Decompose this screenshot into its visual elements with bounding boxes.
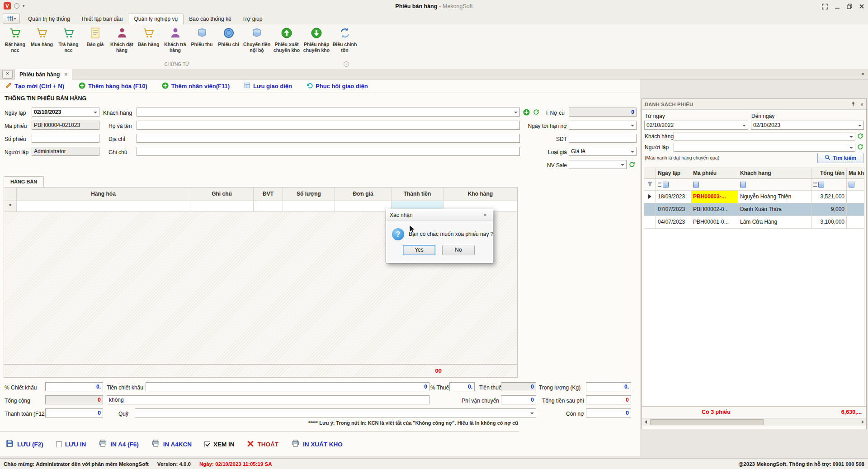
invoice-row-selected[interactable]: 07/07/2023 PBH00002-0... Danh Xuân Thừa … bbox=[644, 203, 864, 216]
ngay-toi-han-combo[interactable] bbox=[569, 121, 637, 130]
close-window-icon[interactable] bbox=[859, 4, 864, 9]
khach-hang-combo[interactable] bbox=[137, 108, 520, 117]
ribbon-item-ban-hang[interactable]: Bán hàng bbox=[135, 26, 162, 48]
save-layout-button[interactable]: Lưu giao diện bbox=[244, 82, 292, 90]
save-print-checkbox[interactable]: LƯU IN bbox=[56, 441, 86, 448]
auto-filter-row[interactable] bbox=[644, 179, 864, 191]
preview-print-checkbox[interactable]: XEM IN bbox=[204, 441, 235, 448]
col-khach-hang[interactable]: Khách hàng bbox=[738, 168, 811, 178]
ngay-lap-combo[interactable]: 02/10/2023 bbox=[32, 108, 99, 117]
ribbon-item-phieu-thu[interactable]: Phiếu thu bbox=[189, 26, 215, 48]
filter-condition-icon[interactable] bbox=[849, 182, 854, 188]
thanh-toan-field[interactable]: 0 bbox=[45, 408, 103, 417]
minimize-icon[interactable] bbox=[835, 4, 840, 9]
col-so-luong[interactable]: Số lượng bbox=[283, 188, 335, 201]
col-ma-phieu[interactable]: Mã phiếu bbox=[691, 168, 738, 178]
col-don-gia[interactable]: Đơn giá bbox=[335, 188, 392, 201]
ribbon-item-khach-tra-hang[interactable]: Khách trả hàng bbox=[162, 26, 189, 54]
menu-tab-tro-giup[interactable]: Trợ giúp bbox=[237, 14, 268, 24]
refresh-nv-sale-icon[interactable] bbox=[628, 161, 636, 168]
thue-pct-field[interactable]: 0. bbox=[449, 382, 475, 391]
invoice-row[interactable]: 18/09/2023 PBH00003-... Nguyễn Hoàng Thi… bbox=[644, 191, 864, 203]
print-a4-button[interactable]: IN A4 (F6) bbox=[99, 439, 139, 449]
ribbon-item-mua-hang[interactable]: Mua hàng bbox=[28, 26, 55, 48]
checkbox-icon[interactable] bbox=[56, 441, 62, 447]
ribbon-item-phieu-xuat-chuyen-kho[interactable]: Phiếu xuất chuyển kho bbox=[272, 26, 302, 54]
col-thanh-tien[interactable]: Thành tiền bbox=[392, 188, 443, 201]
col-ma-kh[interactable]: Mã kh bbox=[847, 168, 864, 178]
den-ngay-combo[interactable]: 02/10/2023 bbox=[751, 121, 864, 130]
ribbon-item-khach-dat-hang[interactable]: Khách đặt hàng bbox=[108, 26, 135, 54]
refresh-panel-creator-icon[interactable] bbox=[857, 143, 864, 150]
application-menu-button[interactable]: ▾ bbox=[3, 14, 20, 23]
ribbon-item-dieu-chinh-ton[interactable]: Điều chỉnh tồn bbox=[331, 26, 358, 54]
tu-ngay-combo[interactable]: 02/10/2022 bbox=[644, 121, 748, 130]
pin-icon[interactable] bbox=[851, 101, 856, 108]
menu-tab-bao-cao-thong-ke[interactable]: Báo cáo thống kê bbox=[184, 14, 236, 24]
refresh-panel-customer-icon[interactable] bbox=[857, 132, 864, 140]
ho-ten-input[interactable] bbox=[137, 121, 520, 130]
col-ghi-chu[interactable]: Ghi chú bbox=[190, 188, 254, 201]
nv-sale-combo[interactable] bbox=[569, 160, 627, 169]
horizontal-scrollbar[interactable] bbox=[642, 418, 866, 426]
ribbon-item-phieu-chi[interactable]: Phiếu chi bbox=[215, 26, 242, 48]
add-employee-button[interactable]: Thêm nhân viên(F11) bbox=[162, 82, 230, 90]
chiet-khau-pct-field[interactable]: 0. bbox=[45, 382, 103, 391]
scroll-left-icon[interactable] bbox=[642, 419, 649, 426]
panel-khach-hang-combo[interactable] bbox=[674, 132, 855, 141]
filter-condition-icon[interactable] bbox=[740, 182, 746, 188]
panel-nguoi-lap-combo[interactable] bbox=[674, 143, 855, 152]
ribbon-item-phieu-nhap-chuyen-kho[interactable]: Phiếu nhập chuyển kho bbox=[302, 26, 331, 54]
menu-tab-thiet-lap-ban-dau[interactable]: Thiết lập ban đầu bbox=[75, 14, 128, 24]
filter-condition-icon[interactable] bbox=[818, 182, 824, 188]
ribbon-item-bao-gia[interactable]: Báo giá bbox=[82, 26, 108, 48]
ghi-chu-input[interactable] bbox=[137, 147, 520, 156]
document-tab-phieu-ban-hang[interactable]: Phiếu bán hàng × bbox=[14, 69, 72, 80]
refresh-customer-icon[interactable] bbox=[533, 108, 540, 116]
col-dvt[interactable]: ĐVT bbox=[254, 188, 283, 201]
add-customer-icon[interactable] bbox=[523, 108, 530, 116]
add-product-button[interactable]: Thêm hàng hóa (F10) bbox=[79, 82, 147, 90]
ribbon-item-chuyen-tien-noi-bo[interactable]: Chuyển tiền nội bộ bbox=[242, 26, 272, 54]
yes-button[interactable]: Yes bbox=[403, 245, 435, 255]
checkbox-checked-icon[interactable] bbox=[204, 441, 210, 447]
col-kho-hang[interactable]: Kho hàng bbox=[443, 188, 517, 201]
dialog-close-icon[interactable]: × bbox=[481, 211, 489, 218]
menu-tab-quan-tri-he-thong[interactable]: Quản trị hệ thống bbox=[23, 14, 75, 24]
save-button[interactable]: LƯU (F2) bbox=[5, 439, 43, 449]
search-button[interactable]: Tìm kiếm bbox=[817, 153, 863, 163]
ribbon-group-collapse-icon[interactable] bbox=[344, 61, 349, 67]
quick-access-caret-icon[interactable]: ▾ bbox=[23, 4, 25, 8]
phi-van-chuyen-field[interactable]: 0 bbox=[501, 395, 536, 404]
tien-chiet-khau-field[interactable]: 0 bbox=[146, 382, 429, 391]
scroll-right-icon[interactable] bbox=[859, 419, 866, 426]
dia-chi-input[interactable] bbox=[137, 134, 520, 143]
trong-luong-field[interactable]: 0. bbox=[586, 382, 631, 391]
tabstrip-close-icon[interactable]: × bbox=[2, 70, 13, 79]
tab-close-icon[interactable]: × bbox=[64, 71, 67, 78]
restore-layout-button[interactable]: Phục hồi giao diện bbox=[307, 82, 368, 90]
ribbon-item-tra-hang-ncc[interactable]: Trả hàng ncc bbox=[55, 26, 82, 54]
tab-hang-ban[interactable]: HÀNG BÁN bbox=[4, 176, 44, 188]
col-hang-hoa[interactable]: Hàng hóa bbox=[17, 188, 190, 201]
print-warehouse-button[interactable]: IN XUẤT KHO bbox=[291, 439, 343, 449]
restore-icon[interactable] bbox=[847, 4, 852, 9]
fit-window-icon[interactable] bbox=[822, 4, 828, 9]
quy-combo[interactable] bbox=[135, 408, 536, 417]
create-new-button[interactable]: Tạo mới (Ctrl + N) bbox=[5, 82, 64, 90]
no-button[interactable]: No bbox=[442, 245, 475, 255]
ribbon-item-dat-hang-ncc[interactable]: Đặt hàng ncc bbox=[2, 26, 28, 54]
so-phieu-input[interactable] bbox=[32, 134, 99, 143]
exit-button[interactable]: THOÁT bbox=[247, 440, 278, 449]
col-tong-tien[interactable]: Tổng tiền bbox=[811, 168, 847, 178]
scrollbar-thumb[interactable] bbox=[650, 419, 764, 425]
panel-close-icon[interactable]: × bbox=[860, 102, 863, 107]
filter-condition-icon[interactable] bbox=[693, 182, 699, 188]
col-ngay-lap[interactable]: Ngày lập bbox=[656, 168, 691, 178]
tabstrip-right-close-icon[interactable]: × bbox=[861, 70, 864, 77]
sdt-input[interactable] bbox=[569, 134, 637, 143]
loai-gia-combo[interactable]: Giá lẻ bbox=[569, 147, 637, 156]
quick-access-item-icon[interactable] bbox=[14, 3, 19, 9]
menu-tab-quan-ly-nghiep-vu[interactable]: Quản lý nghiệp vụ bbox=[128, 14, 184, 25]
filter-condition-icon[interactable] bbox=[663, 182, 669, 188]
